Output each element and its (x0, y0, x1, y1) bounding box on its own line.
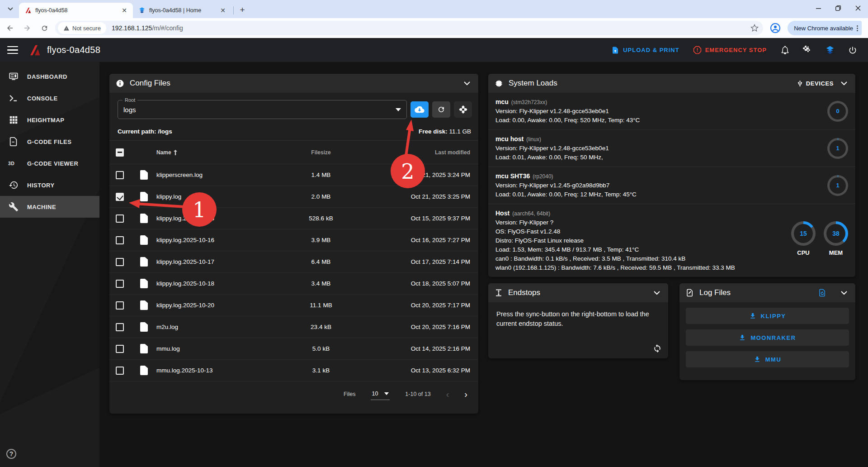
collapse-chevron-icon[interactable] (839, 78, 849, 88)
root-select[interactable]: Root logs (118, 100, 407, 119)
table-row[interactable]: mmu.log.2025-10-13 3.1 kB Oct 13, 2025 6… (109, 360, 478, 381)
row-checkbox[interactable] (116, 280, 124, 288)
config-files-panel: Config Files Root logs (109, 74, 478, 414)
tab-separator (233, 6, 234, 14)
sidebar-item-console[interactable]: CONSOLE (0, 87, 99, 109)
per-page-select[interactable]: 10 (371, 389, 390, 400)
prev-page-icon[interactable]: ‹ (446, 389, 449, 400)
dashboard-icon (8, 71, 19, 82)
file-name: klippy.log.2025-10-18 (156, 280, 281, 287)
upload-print-button[interactable]: UPLOAD & PRINT (607, 43, 684, 57)
tab-flyos[interactable]: flyos-0a4d58 ✕ (19, 3, 133, 18)
download-mmu-button[interactable]: MMU (686, 351, 849, 367)
history-icon (8, 180, 19, 191)
usb-icon (797, 80, 803, 87)
file-settings-button[interactable] (454, 101, 472, 118)
file-name: mmu.log.2025-10-13 (156, 367, 281, 374)
forward-icon[interactable] (20, 21, 34, 35)
row-checkbox[interactable] (116, 236, 124, 244)
table-row[interactable]: klipperscreen.log 1.4 MB Oct 21, 2025 3:… (109, 164, 478, 186)
reload-icon[interactable] (37, 21, 52, 35)
file-name: klippy.log.2025-10-16 (156, 237, 281, 243)
mcu-chip: (rp2040) (533, 173, 553, 180)
table-row[interactable]: mmu.log 5.0 kB Oct 14, 2025 2:16 PM (109, 338, 478, 360)
table-row[interactable]: m2u.log 23.4 kB Oct 20, 2025 7:16 PM (109, 316, 478, 338)
cloud-download-button[interactable] (410, 101, 429, 118)
column-last-modified[interactable]: Last modified (361, 149, 470, 156)
column-filesize[interactable]: Filesize (281, 149, 361, 156)
select-all-checkbox[interactable] (116, 148, 124, 157)
table-row[interactable]: klippy.log.2025-10-16 3.9 MB Oct 16, 202… (109, 229, 478, 251)
file-icon (140, 235, 148, 245)
close-window-button[interactable] (848, 0, 868, 16)
tab-close-icon[interactable]: ✕ (120, 6, 128, 14)
power-icon[interactable] (844, 41, 862, 59)
host-section: Host(aarch64, 64bit) Version: Fly-Klippe… (488, 204, 855, 277)
main-content: Config Files Root logs (99, 62, 868, 467)
cpu-label: CPU (797, 249, 809, 256)
emergency-stop-button[interactable]: EMERGENCY STOP (689, 43, 771, 57)
next-page-icon[interactable]: › (464, 389, 467, 400)
address-bar[interactable]: Not secure 192.168.1.125/m/#/config (55, 21, 763, 35)
settings-gears-icon[interactable] (798, 41, 816, 59)
sidebar-item-heightmap[interactable]: HEIGHTMAP (0, 109, 99, 131)
download-moonraker-button[interactable]: MOONRAKER (686, 329, 849, 346)
chrome-update-pill[interactable]: New Chrome available (788, 21, 862, 35)
not-secure-chip[interactable]: Not secure (58, 22, 106, 34)
tab-flyos-home[interactable]: flyos-0a4d58 | Home ✕ (133, 3, 231, 18)
new-tab-button[interactable]: + (236, 4, 248, 16)
sidebar-item-gcode-viewer[interactable]: 3D G-CODE VIEWER (0, 152, 99, 174)
table-row[interactable]: klippy.log.2025-10-17 6.4 MB Oct 17, 202… (109, 251, 478, 273)
menu-icon[interactable] (7, 46, 18, 54)
config-files-header[interactable]: Config Files (109, 74, 478, 93)
files-per-page-label: Files (344, 391, 355, 397)
row-checkbox[interactable] (116, 345, 124, 353)
mcu-version: Version: Fly-Klipper v1.2.48-gcce53eb0e1 (495, 144, 827, 153)
refresh-button[interactable] (432, 101, 450, 118)
mcu-name: mcu SHT36 (495, 172, 530, 180)
collapse-chevron-icon[interactable] (839, 288, 849, 298)
layers-icon[interactable] (821, 41, 839, 59)
sidebar-item-history[interactable]: HISTORY (0, 174, 99, 196)
file-modified: Oct 18, 2025 5:07 PM (361, 280, 470, 287)
file-icon (140, 344, 148, 353)
row-checkbox[interactable] (116, 258, 124, 266)
table-row[interactable]: klippy.log 2.0 MB Oct 21, 2025 3:25 PM (109, 186, 478, 208)
download-icon (739, 334, 746, 341)
download-klippy-button[interactable]: KLIPPY (686, 308, 849, 324)
row-checkbox[interactable] (116, 323, 124, 331)
row-checkbox[interactable] (116, 301, 124, 310)
back-icon[interactable] (3, 21, 17, 35)
collapse-chevron-icon[interactable] (462, 78, 472, 88)
log-files-header[interactable]: Log Files (679, 283, 855, 302)
sidebar-item-gcode-files[interactable]: G-CODE FILES (0, 131, 99, 152)
tab-search-icon[interactable] (3, 2, 18, 16)
row-checkbox[interactable] (116, 367, 124, 375)
row-checkbox[interactable] (116, 171, 124, 179)
sync-button[interactable] (653, 344, 662, 353)
minimize-button[interactable] (808, 0, 828, 16)
file-modified: Oct 13, 2025 6:32 PM (361, 367, 470, 374)
tab-close-icon[interactable]: ✕ (219, 6, 227, 14)
restore-button[interactable] (828, 0, 848, 16)
column-name[interactable]: Name (156, 149, 281, 156)
devices-button[interactable]: DEVICES (797, 80, 834, 87)
sidebar-item-dashboard[interactable]: DASHBOARD (0, 66, 99, 87)
endstops-header[interactable]: Endstops (488, 283, 668, 302)
row-checkbox[interactable] (116, 193, 124, 201)
bookmark-star-icon[interactable] (750, 24, 759, 32)
table-row[interactable]: klippy.log.2025-10-15 528.6 kB Oct 15, 2… (109, 208, 478, 229)
row-checkbox[interactable] (116, 214, 124, 223)
file-refresh-icon[interactable] (817, 288, 827, 298)
endstops-panel: Endstops Press the sync-button on the ri… (488, 283, 668, 358)
system-loads-header[interactable]: System Loads DEVICES (488, 74, 855, 93)
profile-icon[interactable] (768, 20, 783, 36)
help-button[interactable]: ? (6, 449, 16, 459)
browser-menu-icon[interactable] (857, 25, 858, 31)
table-row[interactable]: klippy.log.2025-10-18 3.4 MB Oct 18, 202… (109, 273, 478, 295)
collapse-chevron-icon[interactable] (652, 288, 662, 298)
table-row[interactable]: klippy.log.2025-10-20 11.1 MB Oct 20, 20… (109, 295, 478, 316)
sidebar-item-machine[interactable]: MACHINE (0, 196, 99, 218)
notifications-bell-icon[interactable] (776, 41, 794, 59)
file-modified: Oct 16, 2025 7:27 PM (361, 237, 470, 243)
